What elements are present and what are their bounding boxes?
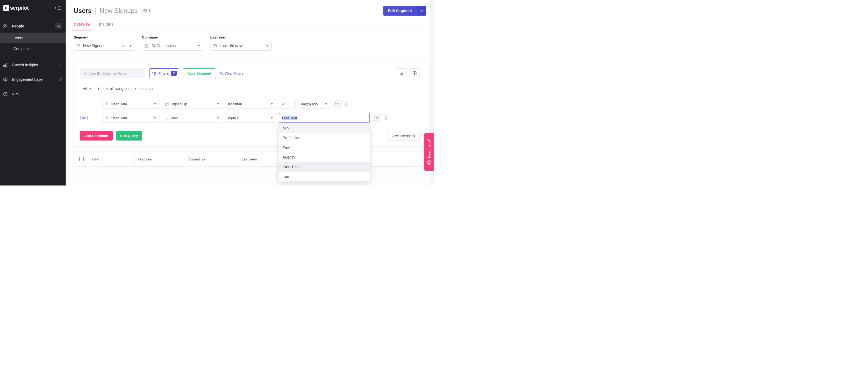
users-count-icon bbox=[142, 9, 147, 13]
svg-point-9 bbox=[79, 45, 80, 46]
filters-button[interactable]: Filters 2 bbox=[149, 68, 179, 78]
clear-filters-link[interactable]: Clear Filters bbox=[220, 72, 243, 76]
sidebar-section-people-label: People bbox=[12, 24, 24, 28]
cond1-op-value: less than bbox=[228, 102, 268, 106]
col-last-seen[interactable]: Last seen bbox=[239, 157, 282, 161]
cond2-value-text: Free Trial bbox=[282, 116, 297, 120]
edit-segment-button[interactable]: Edit Segment bbox=[383, 6, 426, 16]
company-filter-label: Company bbox=[142, 35, 203, 39]
plan-autocomplete-dropdown: Mini Professional Free Agency Free Trial… bbox=[279, 123, 370, 181]
cond2-value-input[interactable]: Free Trial bbox=[279, 113, 370, 123]
col-user[interactable]: User bbox=[89, 152, 135, 166]
download-button[interactable] bbox=[397, 68, 407, 78]
chevron-down-icon: ▼ bbox=[217, 117, 219, 119]
edit-segment-label: Edit Segment bbox=[383, 6, 417, 16]
search-input-wrap[interactable] bbox=[80, 68, 146, 78]
svg-point-8 bbox=[77, 45, 79, 46]
edit-segment-dropdown-toggle[interactable] bbox=[417, 6, 426, 16]
svg-point-20 bbox=[106, 103, 107, 104]
menu-icon bbox=[58, 6, 61, 10]
main-content-area: Users | New Signups 0 Edit Segment Overv… bbox=[66, 0, 434, 186]
sidebar-section-growth-label: Growth Insights bbox=[12, 63, 38, 67]
sidebar-item-users[interactable]: Users bbox=[0, 33, 66, 44]
col-first-seen[interactable]: First seen bbox=[135, 157, 186, 161]
cond1-more-button[interactable]: ••• bbox=[333, 100, 342, 108]
sidebar-section-growth[interactable]: Growth Insights bbox=[0, 59, 66, 70]
svg-rect-10 bbox=[146, 45, 148, 47]
filter-panel: Filters 2 Save Segment Clear Filters bbox=[74, 62, 426, 147]
dropdown-option-free-trial[interactable]: Free Trial bbox=[279, 162, 370, 172]
search-input[interactable] bbox=[89, 72, 143, 76]
brand-text: serpilot bbox=[10, 5, 29, 11]
need-help-button[interactable]: Need help? bbox=[424, 133, 434, 171]
match-scope-select[interactable]: All ▼ bbox=[80, 84, 94, 93]
dropdown-option-agency[interactable]: Agency bbox=[279, 152, 370, 162]
run-query-button[interactable]: Run Query bbox=[116, 131, 142, 141]
trash-icon bbox=[384, 116, 388, 120]
lastseen-select[interactable]: Last 180 days ▼ bbox=[210, 41, 272, 51]
cond1-scope-select[interactable]: User Data ▼ bbox=[102, 99, 159, 109]
match-text: of the following conditions match bbox=[98, 86, 152, 91]
columns-button[interactable] bbox=[409, 68, 420, 78]
title-separator: | bbox=[95, 7, 96, 14]
chevron-up-icon[interactable] bbox=[55, 23, 62, 29]
dropdown-option-free[interactable]: Free bbox=[279, 143, 370, 152]
sidebar-section-engagement[interactable]: Engagement Layer bbox=[0, 74, 66, 85]
need-help-label: Need help? bbox=[427, 139, 431, 158]
cond1-value-input[interactable] bbox=[279, 99, 296, 109]
brand-mark: u bbox=[3, 5, 9, 11]
gauge-icon bbox=[3, 92, 8, 96]
svg-rect-3 bbox=[5, 64, 6, 66]
cond2-more-button[interactable]: ••• bbox=[372, 114, 381, 122]
svg-rect-4 bbox=[6, 63, 7, 66]
company-select[interactable]: All Companies ▼ bbox=[142, 41, 203, 51]
cond2-attr-select[interactable]: Plan ▼ bbox=[162, 113, 222, 123]
select-all-checkbox[interactable] bbox=[79, 157, 84, 161]
page-header: Users | New Signups 0 Edit Segment bbox=[66, 0, 434, 16]
page-title: Users bbox=[74, 7, 92, 15]
tab-insights[interactable]: Insights bbox=[99, 22, 114, 30]
col-signed-up[interactable]: Signed up bbox=[186, 157, 239, 161]
sidebar-section-people[interactable]: People bbox=[0, 20, 66, 33]
chevron-down-icon: ▼ bbox=[89, 87, 91, 90]
svg-rect-21 bbox=[165, 103, 168, 106]
condition-row-2: and User Data ▼ Plan ▼ bbox=[88, 111, 420, 125]
filter-bar: Segment New Signups ✕ ▼ Company All Comp… bbox=[66, 30, 434, 56]
svg-point-0 bbox=[4, 25, 5, 26]
cond1-unit-select[interactable]: day(s) ago ▼ bbox=[298, 99, 331, 109]
dropdown-option-professional[interactable]: Professional bbox=[279, 133, 370, 143]
clear-icon[interactable]: ✕ bbox=[120, 44, 127, 48]
dropdown-option-mini[interactable]: Mini bbox=[279, 123, 370, 133]
segment-filter-label: Segment bbox=[74, 35, 135, 39]
company-select-value: All Companies bbox=[151, 44, 195, 48]
cond1-attr-select[interactable]: Signed Up ▼ bbox=[162, 99, 222, 109]
cond1-delete-button[interactable] bbox=[344, 102, 348, 106]
trash-icon bbox=[344, 102, 348, 106]
cond2-op-select[interactable]: equals ▼ bbox=[225, 113, 276, 123]
chevron-right-icon bbox=[60, 78, 62, 81]
give-feedback-button[interactable]: Give Feedback bbox=[387, 131, 420, 141]
cond2-scope-select[interactable]: User Data ▼ bbox=[102, 113, 159, 123]
svg-point-22 bbox=[106, 117, 107, 118]
tab-overview[interactable]: Overview bbox=[74, 22, 90, 30]
svg-rect-13 bbox=[146, 46, 147, 46]
dropdown-option-free-lower[interactable]: free bbox=[279, 172, 370, 181]
lastseen-select-value: Last 180 days bbox=[220, 44, 263, 48]
svg-rect-15 bbox=[214, 45, 217, 47]
sliders-icon bbox=[152, 72, 156, 75]
add-condition-button[interactable]: Add Condition bbox=[80, 131, 113, 141]
chevron-down-icon: ▼ bbox=[271, 117, 273, 119]
download-icon bbox=[400, 72, 404, 75]
sidebar-collapse-toggle[interactable] bbox=[54, 6, 61, 10]
save-segment-button[interactable]: Save Segment bbox=[183, 68, 216, 78]
calendar-icon bbox=[211, 44, 220, 48]
search-icon bbox=[83, 72, 87, 76]
chevron-down-icon bbox=[420, 10, 423, 12]
cond1-op-select[interactable]: less than ▼ bbox=[225, 99, 276, 109]
sidebar-item-companies[interactable]: Companies bbox=[0, 44, 66, 54]
svg-rect-2 bbox=[3, 65, 4, 66]
sidebar-section-nps[interactable]: NPS bbox=[0, 89, 66, 99]
sidebar-section-nps-label: NPS bbox=[12, 92, 20, 96]
segment-select[interactable]: New Signups ✕ ▼ bbox=[74, 41, 135, 51]
cond2-delete-button[interactable] bbox=[384, 116, 388, 120]
